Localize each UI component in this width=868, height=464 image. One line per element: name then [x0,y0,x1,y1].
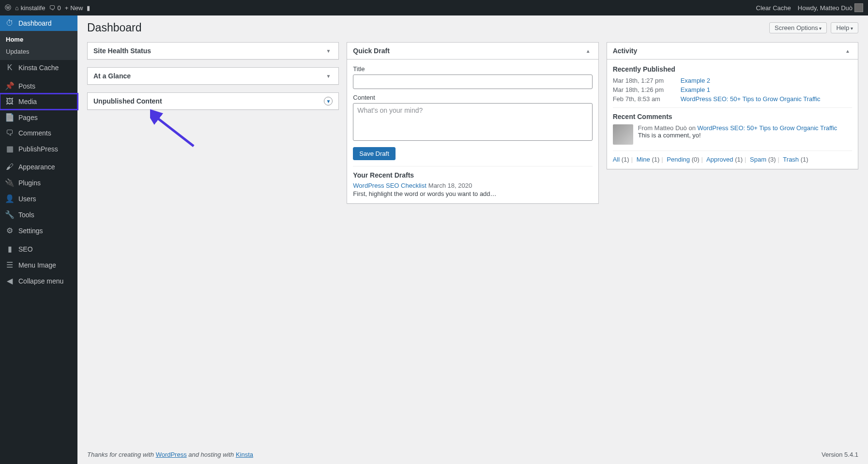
menu-comments[interactable]: 🗨Comments [0,125,77,141]
menu-media[interactable]: 🖼Media [0,94,77,109]
new-link[interactable]: + New [65,4,83,12]
comment-count: 0 [57,4,61,12]
sidebar-label: Users [18,195,36,203]
site-link[interactable]: ⌂ kinstalife [15,4,45,12]
activity-link[interactable]: WordPress SEO: 50+ Tips to Grow Organic … [681,95,821,103]
comment-icon: 🗨 [49,4,55,12]
toggle-icon[interactable]: ▲ [843,46,852,55]
avatar [613,124,633,145]
draft-title-input[interactable] [353,75,592,89]
toggle-icon[interactable]: ▲ [584,46,593,55]
publishpress-icon: ▦ [5,144,15,153]
help-button[interactable]: Help [831,22,858,33]
draft-content-input[interactable] [353,103,592,141]
activity-row: Mar 18th, 1:26 pm Example 1 [613,86,852,93]
quick-draft-box: Quick Draft ▲ Title Content Save Draft Y… [347,42,598,204]
unpublished-box: Unpublished Content ▼ [87,92,339,110]
recent-comments-heading: Recent Comments [613,113,852,120]
toggle-icon[interactable]: ▼ [324,72,333,80]
wordpress-link[interactable]: WordPress [156,451,187,458]
filter-trash[interactable]: Trash [783,156,799,163]
plugin-icon: 🔌 [5,178,15,187]
recently-published-heading: Recently Published [613,65,852,73]
draft-date: March 18, 2020 [428,182,472,189]
postbox-title: Quick Draft [353,47,389,55]
sidebar-label: Settings [18,227,43,235]
footer-text: and hosting with [187,451,236,458]
activity-link[interactable]: Example 1 [681,86,710,93]
clear-cache-link[interactable]: Clear Cache [756,4,791,12]
sidebar-label: Collapse menu [18,277,63,285]
menu-posts[interactable]: 📌Posts [0,78,77,94]
version-text: Version 5.4.1 [822,451,858,458]
comment-item: From Matteo Duò on WordPress SEO: 50+ Ti… [613,124,852,145]
content-area: Dashboard Screen Options Help Site Healt… [77,15,868,464]
submenu-updates[interactable]: Updates [0,45,77,58]
comments-link[interactable]: 🗨 0 [49,4,61,12]
sidebar-label: Menu Image [18,261,56,269]
yoast-icon[interactable]: ▮ [87,4,90,12]
sidebar-label: SEO [18,245,33,253]
dashboard-submenu: Home Updates [0,31,77,60]
sidebar-label: Tools [18,211,34,219]
admin-footer: Thanks for creating with WordPress and h… [87,451,858,458]
postbox-title: At a Glance [93,72,131,80]
avatar-icon [854,3,863,12]
menu-kinsta-cache[interactable]: KKinsta Cache [0,60,77,75]
menu-pages[interactable]: 📄Pages [0,109,77,125]
wrench-icon: 🔧 [5,210,15,219]
home-icon: ⌂ [15,4,19,12]
site-name: kinstalife [21,4,46,12]
sidebar-label: Appearance [18,163,55,171]
save-draft-button[interactable]: Save Draft [353,147,395,160]
kinsta-link[interactable]: Kinsta [236,451,253,458]
menu-menu-image[interactable]: ☰Menu Image [0,257,77,273]
filter-pending[interactable]: Pending [667,156,690,163]
menu-publishpress[interactable]: ▦PublishPress [0,141,77,157]
new-label: New [70,4,83,12]
sidebar-label: Dashboard [18,19,52,27]
filter-mine[interactable]: Mine [637,156,650,163]
howdy-text: Howdy, Matteo Duò [798,4,853,12]
comment-text: This is a comment, yo! [638,132,838,139]
draft-link[interactable]: WordPress SEO Checklist [353,182,426,189]
filter-approved[interactable]: Approved [706,156,733,163]
menu-collapse[interactable]: ◀Collapse menu [0,273,77,289]
menu-icon: ☰ [5,260,15,269]
menu-appearance[interactable]: 🖌Appearance [0,159,77,175]
media-icon: 🖼 [5,97,15,106]
brush-icon: 🖌 [5,163,15,171]
activity-link[interactable]: Example 2 [681,77,710,84]
comment-from: From Matteo Duò on [638,124,698,132]
menu-settings[interactable]: ⚙Settings [0,223,77,239]
title-label: Title [353,65,592,73]
menu-tools[interactable]: 🔧Tools [0,207,77,223]
activity-date: Mar 18th, 1:27 pm [613,77,681,84]
menu-plugins[interactable]: 🔌Plugins [0,175,77,191]
comment-post-link[interactable]: WordPress SEO: 50+ Tips to Grow Organic … [697,124,837,132]
activity-date: Feb 7th, 8:53 am [613,95,681,103]
toggle-icon[interactable]: ▼ [324,97,333,105]
filter-spam[interactable]: Spam [750,156,766,163]
page-icon: 📄 [5,113,15,122]
kinsta-icon: K [5,63,15,72]
submenu-home[interactable]: Home [0,33,77,45]
menu-dashboard[interactable]: ⏱Dashboard [0,15,77,31]
activity-row: Feb 7th, 8:53 am WordPress SEO: 50+ Tips… [613,95,852,103]
activity-date: Mar 18th, 1:26 pm [613,86,681,93]
comment-icon: 🗨 [5,129,15,137]
wp-logo-icon[interactable]: ⓦ [5,3,11,12]
site-health-box: Site Health Status ▼ [87,42,339,60]
menu-users[interactable]: 👤Users [0,191,77,207]
howdy-link[interactable]: Howdy, Matteo Duò [798,3,863,12]
filter-all[interactable]: All [613,156,620,163]
plus-icon: + [65,4,69,12]
menu-seo[interactable]: ▮SEO [0,241,77,257]
toggle-icon[interactable]: ▼ [324,46,333,55]
activity-row: Mar 18th, 1:27 pm Example 2 [613,77,852,84]
admin-toolbar: ⓦ ⌂ kinstalife 🗨 0 + New ▮ Clear Cache H… [0,0,868,15]
sidebar-label: Pages [18,114,38,121]
at-a-glance-box: At a Glance ▼ [87,67,339,85]
user-icon: 👤 [5,194,15,203]
screen-options-button[interactable]: Screen Options [769,22,827,33]
